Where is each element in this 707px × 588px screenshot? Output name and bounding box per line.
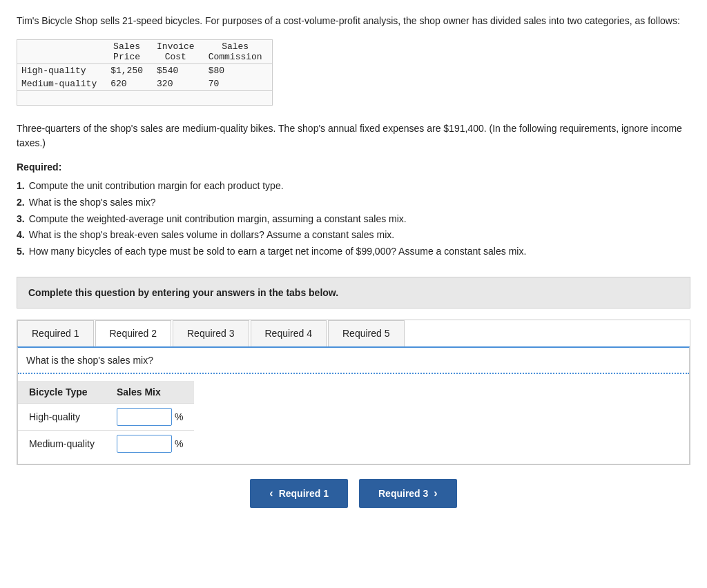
table-row: Medium-quality % xyxy=(18,430,194,457)
req-num: 3. xyxy=(17,211,25,228)
req-num: 1. xyxy=(17,178,25,195)
tab-required-5[interactable]: Required 5 xyxy=(328,320,405,346)
req-text: Compute the weighted-average unit contri… xyxy=(29,211,407,228)
percent-sign-high: % xyxy=(175,411,183,422)
list-item: 4. What is the shop's break-even sales v… xyxy=(17,227,690,244)
answer-table: Bicycle Type Sales Mix High-quality % xyxy=(18,381,194,457)
percent-sign-medium: % xyxy=(175,438,183,449)
tabs-container: Required 1 Required 2 Required 3 Require… xyxy=(17,320,690,465)
req-num: 4. xyxy=(17,227,25,244)
next-button-label: Required 3 xyxy=(378,488,428,499)
cell-sales-commission: 70 xyxy=(204,77,272,91)
next-arrow-icon: › xyxy=(434,487,437,500)
req-num: 5. xyxy=(17,244,25,260)
req-text: What is the shop's break-even sales volu… xyxy=(29,227,394,244)
next-button[interactable]: Required 3 › xyxy=(359,479,457,508)
table-row: High-quality $1,250 $540 $80 xyxy=(17,64,272,78)
required-heading: Required: xyxy=(17,161,690,173)
list-item: 1. Compute the unit contribution margin … xyxy=(17,178,690,195)
list-item: 5. How many bicycles of each type must b… xyxy=(17,244,690,260)
req-num: 2. xyxy=(17,195,25,211)
col-sales-price: SalesPrice xyxy=(106,40,153,64)
tab-question: What is the shop's sales mix? xyxy=(18,348,689,374)
list-item: 3. Compute the weighted-average unit con… xyxy=(17,211,690,228)
requirements-list: 1. Compute the unit contribution margin … xyxy=(17,178,690,260)
col-invoice-cost: InvoiceCost xyxy=(153,40,204,64)
high-quality-input[interactable] xyxy=(117,408,172,426)
cell-sales-commission: $80 xyxy=(204,64,272,78)
prev-button[interactable]: ‹ Required 1 xyxy=(250,479,348,508)
col-bicycle-type-header: Bicycle Type xyxy=(18,381,106,404)
cell-sales-price: $1,250 xyxy=(106,64,153,78)
middle-paragraph: Three-quarters of the shop's sales are m… xyxy=(17,121,690,150)
tab-required-2[interactable]: Required 2 xyxy=(95,320,172,346)
input-cell-high: % xyxy=(117,408,183,426)
req-text: Compute the unit contribution margin for… xyxy=(29,178,284,195)
req-text: How many bicycles of each type must be s… xyxy=(29,244,527,260)
complete-banner: Complete this question by entering your … xyxy=(17,277,690,308)
intro-paragraph: Tim's Bicycle Shop sells 21-speed bicycl… xyxy=(17,14,690,28)
cell-invoice-cost: $540 xyxy=(153,64,204,78)
bottom-nav: ‹ Required 1 Required 3 › xyxy=(17,465,690,515)
tab-required-4[interactable]: Required 4 xyxy=(251,320,327,346)
col-product-type xyxy=(17,40,106,64)
product-table: SalesPrice InvoiceCost SalesCommission H… xyxy=(17,40,272,91)
cell-product-type: High-quality xyxy=(17,64,106,78)
cell-bike-type-medium: Medium-quality xyxy=(18,430,106,457)
req-text: What is the shop's sales mix? xyxy=(29,195,156,211)
answer-area: Bicycle Type Sales Mix High-quality % xyxy=(18,374,689,464)
tab-required-3[interactable]: Required 3 xyxy=(173,320,249,346)
product-table-wrapper: SalesPrice InvoiceCost SalesCommission H… xyxy=(17,39,273,106)
tabs-row: Required 1 Required 2 Required 3 Require… xyxy=(17,320,690,346)
tab-content: What is the shop's sales mix? Bicycle Ty… xyxy=(17,346,690,464)
cell-bike-type-high: High-quality xyxy=(18,403,106,430)
col-sales-commission: SalesCommission xyxy=(204,40,272,64)
col-sales-mix-header: Sales Mix xyxy=(106,381,194,404)
prev-arrow-icon: ‹ xyxy=(269,487,273,500)
table-row: Medium-quality 620 320 70 xyxy=(17,77,272,91)
cell-sales-price: 620 xyxy=(106,77,153,91)
prev-button-label: Required 1 xyxy=(279,488,329,499)
cell-invoice-cost: 320 xyxy=(153,77,204,91)
input-cell-medium: % xyxy=(117,435,183,453)
table-header-row: Bicycle Type Sales Mix xyxy=(18,381,194,404)
cell-sales-mix-medium: % xyxy=(106,430,194,457)
table-row: High-quality % xyxy=(18,403,194,430)
list-item: 2. What is the shop's sales mix? xyxy=(17,195,690,211)
cell-sales-mix-high: % xyxy=(106,403,194,430)
cell-product-type: Medium-quality xyxy=(17,77,106,91)
medium-quality-input[interactable] xyxy=(117,435,172,453)
tab-required-1[interactable]: Required 1 xyxy=(17,320,94,346)
